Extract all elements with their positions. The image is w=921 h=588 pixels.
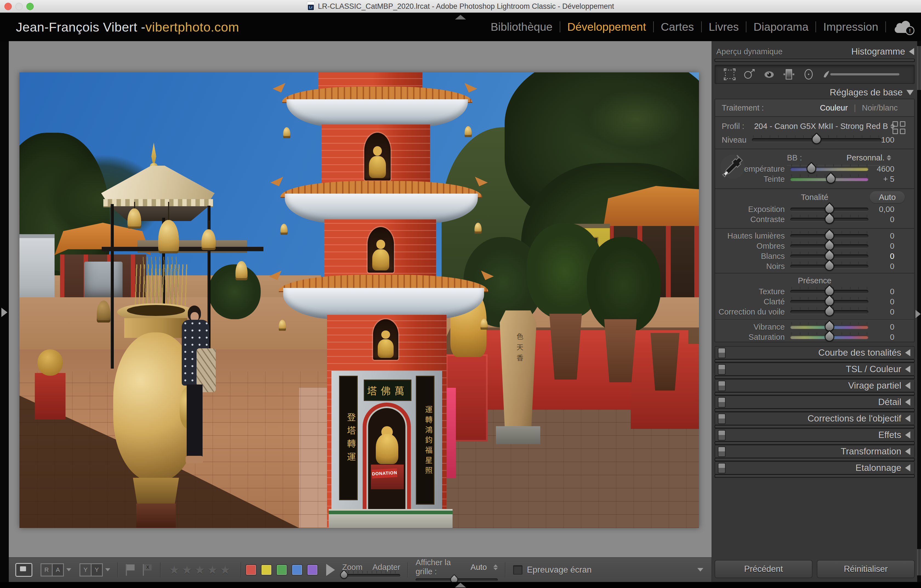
slider-thumb[interactable]	[804, 162, 818, 175]
module-book[interactable]: Livres	[702, 21, 746, 33]
profile-amount-value[interactable]: 100	[881, 135, 894, 145]
module-map[interactable]: Cartes	[654, 21, 701, 33]
slider-thumb[interactable]	[823, 305, 836, 318]
panel-tone-curve[interactable]: Courbe des tonalités	[714, 346, 915, 359]
profile-browser-icon[interactable]	[892, 121, 905, 134]
highlights-slider[interactable]	[790, 234, 868, 238]
color-label-purple[interactable]	[307, 564, 318, 575]
saturation-value[interactable]: 0	[868, 333, 894, 342]
play-slideshow-icon[interactable]	[326, 564, 335, 576]
module-library[interactable]: Bibliothèque	[483, 21, 560, 33]
profile-value[interactable]: 204 - Canon G5X MkII - Strong Red B	[754, 122, 888, 131]
clarity-slider[interactable]	[790, 300, 868, 304]
stepper-icon[interactable]	[887, 155, 891, 161]
panel-enable-toggle[interactable]	[718, 364, 726, 375]
minimize-window-button[interactable]	[15, 3, 23, 10]
treatment-bw-option[interactable]: Noir/blanc	[862, 103, 898, 112]
pick-flag-icon[interactable]	[125, 564, 135, 576]
saturation-slider[interactable]	[790, 336, 868, 339]
stepper-icon[interactable]	[493, 564, 498, 570]
panel-enable-toggle[interactable]	[718, 397, 726, 407]
smart-preview-status[interactable]: Aperçu dynamique	[716, 47, 783, 56]
scrollbar[interactable]	[917, 549, 921, 575]
toolbar-options-chevron-icon[interactable]	[697, 568, 703, 572]
close-window-button[interactable]	[4, 3, 12, 10]
panel-hsl-color[interactable]: TSL / Couleur	[714, 363, 915, 376]
color-label-red[interactable]	[246, 564, 257, 575]
profile-amount-slider[interactable]	[752, 138, 881, 142]
chevron-down-icon[interactable]	[105, 568, 110, 571]
blacks-slider[interactable]	[790, 265, 868, 268]
vibrance-value[interactable]: 0	[868, 323, 894, 332]
zoom-slider[interactable]	[342, 574, 400, 577]
whites-slider[interactable]	[790, 254, 868, 258]
zoom-label[interactable]: Zoom	[342, 563, 362, 572]
auto-tone-button[interactable]: Auto	[870, 191, 905, 203]
clarity-value[interactable]: 0	[868, 297, 894, 306]
star-rating[interactable]: ★★★★★	[169, 563, 233, 577]
radial-filter-icon[interactable]	[801, 67, 816, 82]
blacks-value[interactable]: 0	[868, 262, 894, 271]
hide-right-panel-arrow-icon[interactable]	[916, 310, 921, 318]
panel-enable-toggle[interactable]	[718, 348, 726, 358]
previous-button[interactable]: Précédent	[714, 560, 812, 578]
panel-lens-corrections[interactable]: Corrections de l'objectif	[714, 412, 915, 425]
white-balance-eyedropper-icon[interactable]	[719, 151, 746, 181]
panel-transform[interactable]: Transformation	[714, 445, 915, 458]
soft-proofing-checkbox[interactable]	[513, 565, 522, 575]
show-left-panel-arrow-icon[interactable]	[2, 308, 7, 317]
grid-mode-value[interactable]: Auto	[471, 563, 487, 572]
contrast-slider[interactable]	[790, 218, 868, 222]
reset-button[interactable]: Réinitialiser	[817, 560, 915, 578]
scrollbar[interactable]	[917, 46, 921, 90]
dehaze-value[interactable]: 0	[868, 308, 894, 316]
before-after-view-icon[interactable]: R A	[41, 563, 71, 577]
panel-enable-toggle[interactable]	[718, 463, 726, 473]
split-view-icon[interactable]: Y Y	[80, 563, 110, 577]
slider-thumb[interactable]	[823, 259, 836, 273]
texture-value[interactable]: 0	[868, 287, 894, 296]
spot-removal-icon[interactable]	[742, 67, 757, 82]
panel-enable-toggle[interactable]	[718, 414, 726, 424]
color-label-green[interactable]	[276, 564, 287, 575]
tint-slider[interactable]	[790, 178, 868, 181]
loupe-view-icon[interactable]	[15, 563, 33, 577]
histogram-panel-header[interactable]: Histogramme	[851, 46, 914, 57]
panel-effects[interactable]: Effets	[714, 428, 915, 441]
graduated-filter-icon[interactable]	[781, 67, 796, 82]
contrast-value[interactable]: 0	[868, 215, 894, 224]
color-label-blue[interactable]	[292, 564, 303, 575]
sync-status-cloud-icon[interactable]: !	[893, 21, 913, 34]
module-slideshow[interactable]: Diaporama	[746, 21, 816, 33]
basic-panel-header[interactable]: Réglages de base	[714, 87, 914, 98]
module-develop[interactable]: Développement	[560, 21, 653, 33]
fit-label[interactable]: Adapter	[373, 563, 400, 572]
panel-enable-toggle[interactable]	[718, 430, 726, 440]
exposure-value[interactable]: 0,00	[868, 205, 894, 214]
panel-detail[interactable]: Détail	[714, 396, 915, 409]
temperature-slider[interactable]	[790, 167, 868, 171]
red-eye-icon[interactable]	[762, 67, 776, 82]
exposure-slider[interactable]	[790, 208, 868, 211]
panel-enable-toggle[interactable]	[718, 446, 726, 457]
shadows-slider[interactable]	[790, 244, 868, 248]
hide-top-panel-arrow-icon[interactable]	[455, 15, 466, 20]
slider-thumb[interactable]	[810, 132, 823, 146]
panel-calibration[interactable]: Etalonnage	[714, 461, 915, 474]
slider-thumb[interactable]	[824, 172, 837, 186]
chevron-down-icon[interactable]	[66, 568, 71, 571]
shadows-value[interactable]: 0	[868, 242, 894, 251]
crop-overlay-icon[interactable]	[722, 67, 737, 82]
temperature-value[interactable]: 4600	[868, 165, 894, 174]
slider-thumb[interactable]	[823, 212, 836, 226]
dehaze-slider[interactable]	[790, 310, 868, 314]
module-print[interactable]: Impression	[816, 21, 885, 33]
photo-canvas[interactable]: 色天香 塔佛萬 登塔轉運 運轉鴻鈞福星照	[20, 72, 699, 528]
adjustment-brush-icon[interactable]	[821, 67, 903, 82]
tint-value[interactable]: + 5	[868, 175, 894, 184]
zoom-slider-thumb[interactable]	[339, 570, 349, 580]
identity-plate[interactable]: Jean-François Vibert - vibertphoto.com	[16, 13, 239, 41]
panel-split-toning[interactable]: Virage partiel	[714, 379, 915, 392]
whites-value[interactable]: 0	[868, 252, 894, 261]
panel-enable-toggle[interactable]	[718, 381, 726, 391]
